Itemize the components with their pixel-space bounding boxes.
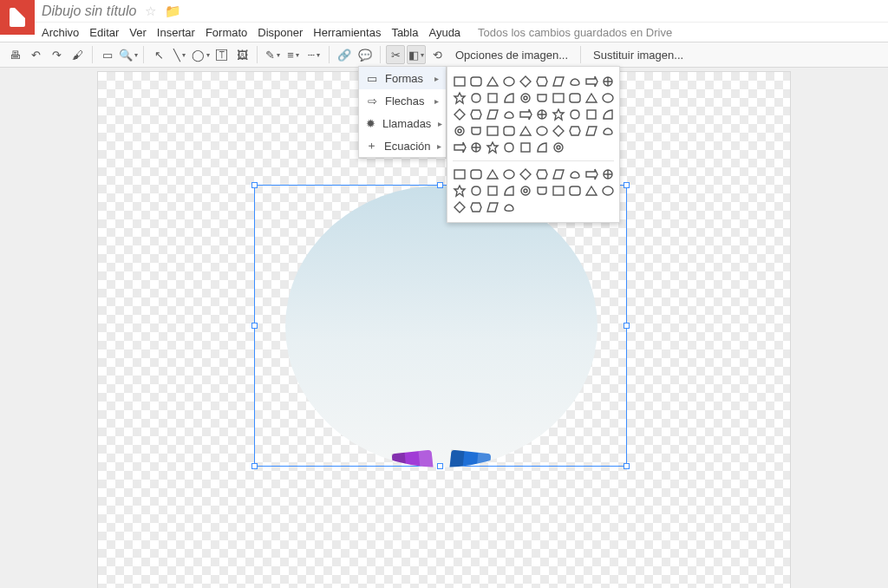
shape-option[interactable] [502,124,516,138]
shape-option[interactable] [469,91,483,105]
shape-option[interactable] [584,184,598,198]
shape-option[interactable] [469,124,483,138]
shape-option[interactable] [486,167,500,181]
handle-bot-right[interactable] [624,463,630,469]
comment-button[interactable]: 💬 [356,45,375,64]
line-weight-button[interactable]: ≡▾ [284,45,303,64]
shape-option[interactable] [519,124,532,138]
shape-option[interactable] [453,124,467,138]
shape-option[interactable] [469,184,483,198]
undo-button[interactable]: ↶ [26,45,45,64]
shape-option[interactable] [552,184,565,198]
shape-option[interactable] [486,124,500,138]
shape-option[interactable] [486,200,500,214]
fit-button[interactable]: ▭ [98,45,117,64]
star-icon[interactable]: ☆ [145,3,156,19]
shape-option[interactable] [552,140,565,154]
submenu-formas[interactable]: ▭ Formas ▸ [359,67,446,89]
shape-option[interactable] [502,200,516,214]
shape-tool[interactable]: ◯▾ [191,45,210,64]
paint-format-button[interactable]: 🖌 [68,45,87,64]
shape-option[interactable] [519,167,532,181]
shape-option[interactable] [584,91,598,105]
submenu-ecuacion[interactable]: ＋ Ecuación ▸ [359,134,446,157]
shape-option[interactable] [453,108,467,121]
shape-option[interactable] [502,91,516,105]
line-tool[interactable]: ╲▾ [170,45,189,64]
shape-option[interactable] [601,124,615,138]
shape-option[interactable] [502,184,516,198]
reset-image-button[interactable]: ⟲ [428,45,447,64]
shape-option[interactable] [502,167,516,181]
shape-option[interactable] [453,75,467,88]
handle-mid-right[interactable] [624,323,630,329]
shape-option[interactable] [502,75,516,88]
zoom-button[interactable]: 🔍▾ [119,45,138,64]
shape-option[interactable] [601,167,615,181]
menu-ayuda[interactable]: Ayuda [428,26,460,39]
shape-option[interactable] [453,140,467,154]
shape-option[interactable] [568,167,582,181]
shape-option[interactable] [568,124,582,138]
image-tool[interactable]: 🖼 [232,45,251,64]
selection-box[interactable] [254,185,627,467]
shape-option[interactable] [601,184,615,198]
crop-button[interactable]: ✂ [386,45,405,64]
masked-image[interactable] [285,186,597,467]
document-title[interactable]: Dibujo sin título [42,3,136,19]
shape-option[interactable] [584,108,598,121]
shape-option[interactable] [568,75,582,88]
shape-option[interactable] [584,75,598,88]
mask-button[interactable]: ◧▾ [407,45,426,64]
shape-option[interactable] [535,75,549,88]
shape-option[interactable] [486,75,500,88]
shape-option[interactable] [535,184,549,198]
handle-top-right[interactable] [624,182,630,188]
shape-option[interactable] [469,140,483,154]
shape-option[interactable] [552,124,565,138]
shape-option[interactable] [486,91,500,105]
shape-option[interactable] [469,75,483,88]
shape-option[interactable] [469,200,483,214]
menu-herramientas[interactable]: Herramientas [313,26,381,39]
print-button[interactable]: 🖶 [5,45,24,64]
shape-option[interactable] [552,167,565,181]
shape-option[interactable] [584,167,598,181]
shape-option[interactable] [568,184,582,198]
textbox-tool[interactable]: 🅃 [212,45,231,64]
replace-image-button[interactable]: Sustituir imagen... [586,45,690,64]
line-dash-button[interactable]: ┄▾ [304,45,323,64]
line-color-button[interactable]: ✎▾ [263,45,282,64]
shape-option[interactable] [519,184,532,198]
shape-option[interactable] [552,91,565,105]
shape-option[interactable] [568,108,582,121]
submenu-llamadas[interactable]: ✹ Llamadas ▸ [359,112,446,134]
shape-option[interactable] [584,124,598,138]
submenu-flechas[interactable]: ⇨ Flechas ▸ [359,89,446,112]
shape-option[interactable] [502,108,516,121]
shape-option[interactable] [469,108,483,121]
shape-option[interactable] [453,184,467,198]
redo-button[interactable]: ↷ [47,45,66,64]
shape-option[interactable] [601,75,615,88]
shape-option[interactable] [453,167,467,181]
shape-option[interactable] [519,140,532,154]
menu-disponer[interactable]: Disponer [258,26,303,39]
handle-top-left[interactable] [251,182,258,188]
shape-option[interactable] [568,91,582,105]
shape-option[interactable] [453,200,467,214]
shape-option[interactable] [601,91,615,105]
link-button[interactable]: 🔗 [335,45,354,64]
menu-tabla[interactable]: Tabla [391,26,418,39]
shape-option[interactable] [486,184,500,198]
shape-option[interactable] [519,108,532,121]
handle-top-mid[interactable] [437,182,443,188]
menu-editar[interactable]: Editar [89,26,119,39]
handle-bot-mid[interactable] [437,463,443,469]
menu-insertar[interactable]: Insertar [157,26,195,39]
select-tool[interactable]: ↖ [149,45,168,64]
shape-option[interactable] [502,140,516,154]
menu-archivo[interactable]: Archivo [42,26,79,39]
shape-option[interactable] [535,124,549,138]
shape-option[interactable] [535,108,549,121]
